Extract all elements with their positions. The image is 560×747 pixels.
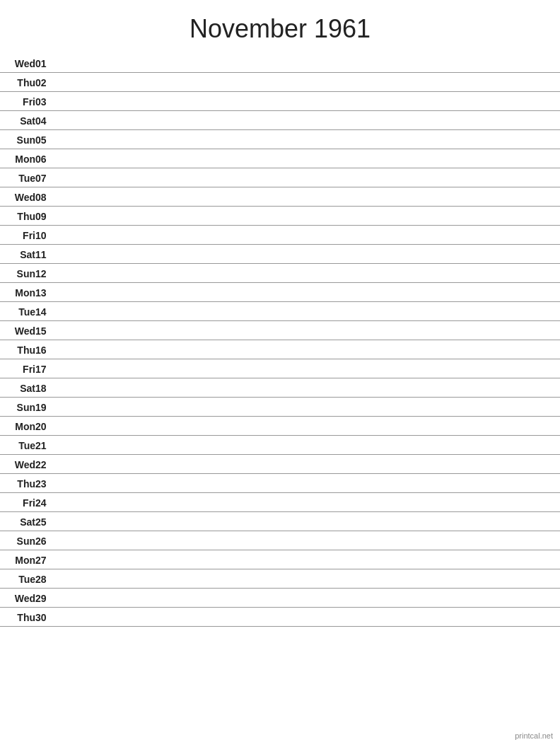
day-name: Fri [0, 92, 35, 111]
day-name: Sat [0, 378, 35, 398]
day-number: 01 [35, 54, 57, 73]
day-name: Mon [0, 550, 35, 569]
day-content-area [57, 111, 560, 130]
day-content-area [57, 54, 560, 73]
day-content-area [57, 474, 560, 493]
day-content-area [57, 436, 560, 455]
calendar-row: Wed01 [0, 54, 560, 73]
day-number: 06 [35, 149, 57, 168]
day-content-area [57, 550, 560, 569]
calendar-row: Fri10 [0, 226, 560, 245]
day-number: 20 [35, 417, 57, 436]
day-name: Thu [0, 474, 35, 493]
calendar-row: Wed15 [0, 321, 560, 340]
day-number: 05 [35, 130, 57, 149]
day-number: 13 [35, 283, 57, 302]
day-content-area [57, 589, 560, 608]
day-number: 07 [35, 168, 57, 187]
day-number: 28 [35, 569, 57, 589]
day-name: Mon [0, 149, 35, 168]
calendar-row: Mon27 [0, 550, 560, 569]
day-content-area [57, 245, 560, 264]
day-number: 23 [35, 474, 57, 493]
calendar-row: Tue21 [0, 436, 560, 455]
day-number: 25 [35, 512, 57, 531]
day-content-area [57, 130, 560, 149]
day-name: Wed [0, 321, 35, 340]
day-content-area [57, 302, 560, 321]
day-name: Tue [0, 569, 35, 589]
calendar-row: Fri17 [0, 359, 560, 378]
day-name: Thu [0, 340, 35, 359]
day-content-area [57, 264, 560, 283]
calendar-row: Mon20 [0, 417, 560, 436]
day-content-area [57, 359, 560, 378]
day-content-area [57, 73, 560, 92]
calendar-row: Thu16 [0, 340, 560, 359]
day-name: Sat [0, 111, 35, 130]
day-number: 10 [35, 226, 57, 245]
calendar-table: Wed01 Thu02 Fri03 Sat04 Sun05 Mon06 Tue0… [0, 54, 560, 627]
day-number: 03 [35, 92, 57, 111]
day-content-area [57, 283, 560, 302]
day-number: 26 [35, 531, 57, 550]
calendar-row: Sun26 [0, 531, 560, 550]
day-name: Wed [0, 589, 35, 608]
calendar-row: Sun05 [0, 130, 560, 149]
calendar-row: Tue07 [0, 168, 560, 187]
calendar-row: Wed22 [0, 455, 560, 474]
day-number: 08 [35, 187, 57, 207]
day-name: Thu [0, 207, 35, 226]
day-number: 17 [35, 359, 57, 378]
day-number: 30 [35, 608, 57, 627]
day-number: 15 [35, 321, 57, 340]
day-number: 19 [35, 398, 57, 417]
calendar-row: Sun19 [0, 398, 560, 417]
calendar-row: Sun12 [0, 264, 560, 283]
calendar-row: Thu23 [0, 474, 560, 493]
day-content-area [57, 493, 560, 512]
day-content-area [57, 455, 560, 474]
calendar-row: Mon06 [0, 149, 560, 168]
day-content-area [57, 340, 560, 359]
day-content-area [57, 531, 560, 550]
day-content-area [57, 92, 560, 111]
day-number: 18 [35, 378, 57, 398]
day-name: Tue [0, 436, 35, 455]
day-name: Fri [0, 226, 35, 245]
day-number: 02 [35, 73, 57, 92]
day-content-area [57, 569, 560, 589]
day-name: Sat [0, 245, 35, 264]
day-number: 24 [35, 493, 57, 512]
day-content-area [57, 168, 560, 187]
day-name: Sat [0, 512, 35, 531]
day-content-area [57, 226, 560, 245]
day-number: 12 [35, 264, 57, 283]
day-name: Wed [0, 455, 35, 474]
day-content-area [57, 398, 560, 417]
calendar-row: Tue28 [0, 569, 560, 589]
calendar-row: Thu30 [0, 608, 560, 627]
day-content-area [57, 321, 560, 340]
day-number: 21 [35, 436, 57, 455]
day-name: Sun [0, 531, 35, 550]
day-number: 14 [35, 302, 57, 321]
calendar-row: Sat11 [0, 245, 560, 264]
calendar-row: Thu02 [0, 73, 560, 92]
day-number: 16 [35, 340, 57, 359]
calendar-row: Sat18 [0, 378, 560, 398]
calendar-row: Wed08 [0, 187, 560, 207]
day-name: Tue [0, 302, 35, 321]
day-name: Sun [0, 130, 35, 149]
day-name: Wed [0, 54, 35, 73]
day-number: 09 [35, 207, 57, 226]
calendar-row: Mon13 [0, 283, 560, 302]
day-name: Mon [0, 417, 35, 436]
day-name: Fri [0, 359, 35, 378]
day-number: 22 [35, 455, 57, 474]
day-content-area [57, 149, 560, 168]
day-content-area [57, 187, 560, 207]
day-name: Wed [0, 187, 35, 207]
calendar-row: Fri24 [0, 493, 560, 512]
calendar-row: Thu09 [0, 207, 560, 226]
